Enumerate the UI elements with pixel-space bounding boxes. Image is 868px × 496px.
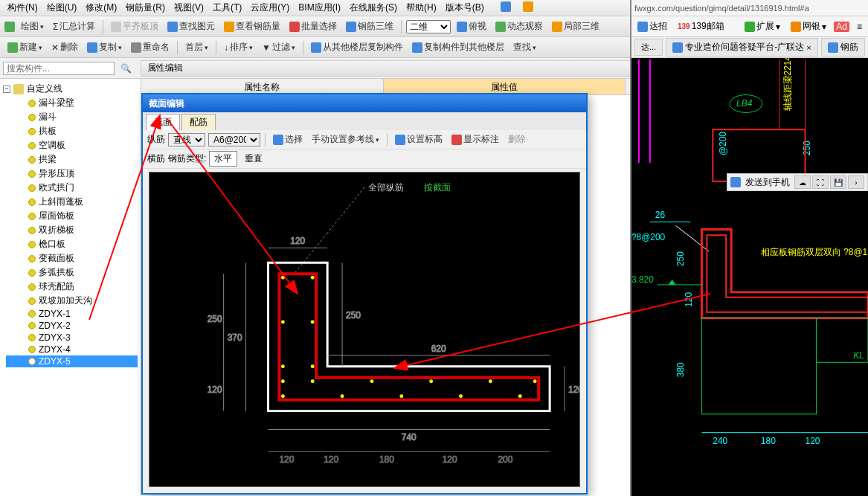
tree-item[interactable]: ZDYX-1	[6, 308, 138, 320]
menu-item[interactable]: 构件(N)	[3, 0, 42, 16]
search-go-icon[interactable]: 🔍	[118, 63, 135, 74]
tree-item[interactable]: 球壳配筋	[6, 280, 138, 294]
menu-item[interactable]: 工具(T)	[208, 0, 246, 16]
bullet-icon	[28, 269, 36, 277]
browser-tab[interactable]: 达...	[634, 39, 663, 56]
browser-tab[interactable]: 钢筋	[821, 38, 865, 57]
filter-button[interactable]: ▼ 过滤	[259, 39, 298, 55]
save-icon[interactable]: 💾	[830, 175, 846, 189]
view-rebar-button[interactable]: 查看钢筋量	[221, 19, 283, 34]
search-input[interactable]	[3, 62, 115, 75]
sum-button[interactable]: Σ 汇总计算	[50, 19, 98, 34]
app-icon	[523, 1, 533, 12]
extensions-button[interactable]: 扩展 ▾	[742, 19, 783, 34]
draw-button[interactable]: 绘图	[18, 19, 47, 34]
tree-item[interactable]: 多弧拱板	[6, 265, 138, 280]
send-to-phone-button[interactable]: 发送到手机	[742, 176, 793, 189]
new-button[interactable]: 新建	[4, 39, 45, 55]
tab-rebar[interactable]: 配筋	[181, 114, 216, 130]
rebar-3d-button[interactable]: 钢筋三维	[343, 19, 396, 34]
rebar-type-horiz[interactable]: 水平	[209, 151, 237, 167]
more-icon[interactable]: ›	[848, 175, 864, 189]
tree-item[interactable]: 拱梁	[6, 152, 138, 167]
fav-link[interactable]: 139139邮箱	[675, 19, 727, 34]
tree-root-node[interactable]: − 自定义线	[3, 82, 138, 96]
tree-item[interactable]: 欧式拱门	[6, 181, 138, 195]
tree-item[interactable]: 双折梯板	[6, 223, 138, 237]
menu-item[interactable]: 视图(V)	[170, 0, 208, 16]
col-name[interactable]: 属性名称	[141, 79, 384, 94]
tree-item[interactable]: 漏斗梁壁	[6, 96, 138, 110]
tree-item-label: ZDYX-1	[39, 309, 71, 319]
menu-item[interactable]: 版本号(B)	[441, 0, 489, 16]
component-tree[interactable]: − 自定义线 漏斗梁壁漏斗拱板空调板拱梁异形压顶欧式拱门上斜雨蓬板屋面饰板双折梯…	[0, 79, 141, 496]
rebar-spec-select[interactable]: A6@200	[208, 133, 260, 146]
tree-item[interactable]: ZDYX-3	[6, 332, 138, 344]
cloud-icon[interactable]: ☁	[794, 175, 811, 189]
view-mode-select[interactable]: 二维	[406, 20, 451, 33]
dialog-title[interactable]: 截面编辑	[143, 94, 586, 112]
menu-item[interactable]: BIM应用(I)	[294, 0, 345, 16]
tree-item-label: 漏斗	[39, 111, 57, 123]
tree-item[interactable]: 异形压顶	[6, 167, 138, 181]
bird-view-button[interactable]: 俯视	[454, 19, 489, 34]
find-button[interactable]: 查找	[510, 39, 539, 55]
line-type-select[interactable]: 直线	[168, 133, 205, 146]
draw-icon[interactable]	[4, 22, 15, 32]
tree-item[interactable]: ZDYX-4	[6, 344, 138, 355]
svg-line-0	[327, 187, 364, 233]
menu-item[interactable]: 钢筋量(R)	[121, 0, 170, 16]
tree-item[interactable]: 双坡加加天沟	[6, 294, 138, 308]
rebar-type-vert[interactable]: 垂直	[240, 152, 267, 166]
menu-item[interactable]: 在线服务(S)	[345, 0, 402, 16]
delete-button[interactable]: 删除	[505, 132, 529, 147]
select-button[interactable]: 选择	[270, 132, 306, 147]
bullet-icon	[28, 241, 36, 248]
svg-point-9	[311, 379, 315, 383]
sort-button[interactable]: ↓ 排序	[221, 39, 256, 55]
rename-button[interactable]: 重命名	[128, 39, 173, 55]
level-top-button[interactable]: 平齐板顶	[108, 19, 161, 34]
svg-point-13	[533, 379, 537, 383]
cad-view[interactable]: LB4 轴线距梁2214 @200 250 120 26 ?8@200 相应板钢…	[631, 58, 868, 496]
copy-button[interactable]: 复制	[84, 39, 125, 55]
section-canvas[interactable]: 全部纵筋 按截面 120 250 370 250 120	[149, 172, 580, 487]
tree-item-label: 变截面板	[39, 252, 74, 265]
show-marks-button[interactable]: 显示标注	[449, 132, 502, 147]
tree-item[interactable]: 屋面饰板	[6, 209, 138, 223]
batch-select-button[interactable]: 批量选择	[286, 19, 340, 34]
copy-from-layer-button[interactable]: 从其他楼层复制构件	[308, 39, 406, 55]
menu-icon[interactable]: ≡	[854, 20, 865, 33]
tree-item[interactable]: 变截面板	[6, 251, 138, 265]
address-bar[interactable]: fwxgx.com/question/gimq/detail/1316919.h…	[631, 0, 868, 16]
tree-item[interactable]: 上斜雨蓬板	[6, 195, 138, 209]
dyn-view-button[interactable]: 动态观察	[492, 19, 546, 34]
tree-item[interactable]: 檐口板	[6, 237, 138, 251]
reference-line-button[interactable]: 手动设置参考线	[309, 132, 382, 147]
ad-icon[interactable]: Ad	[834, 22, 849, 32]
tab-section[interactable]: 截面	[146, 114, 180, 130]
col-value[interactable]: 属性值	[384, 79, 626, 94]
menu-item[interactable]: 帮助(H)	[402, 0, 441, 16]
fav-link[interactable]: 达招	[634, 19, 670, 34]
tree-item[interactable]: 拱板	[6, 124, 138, 138]
find-entity-button[interactable]: 查找图元	[164, 19, 218, 34]
local-3d-button[interactable]: 局部三维	[549, 19, 602, 34]
layer-select[interactable]: 首层	[182, 39, 211, 55]
tree-item[interactable]: ZDYX-2	[6, 320, 138, 332]
browser-tab[interactable]: 专业造价问题答疑平台-广联达 ×	[666, 38, 817, 57]
tree-item[interactable]: 空调板	[6, 138, 138, 152]
tree-item[interactable]: 漏斗	[6, 110, 138, 124]
collapse-icon[interactable]: −	[3, 86, 10, 93]
menu-item[interactable]: 云应用(Y)	[246, 0, 294, 16]
elevation-button[interactable]: 设置标高	[392, 132, 446, 147]
delete-button[interactable]: ✕ 删除	[48, 39, 81, 55]
bank-button[interactable]: 网银 ▾	[788, 19, 829, 34]
menu-item[interactable]: 绘图(U)	[42, 0, 82, 16]
expand-icon[interactable]: ⛶	[812, 175, 829, 189]
svg-text:250: 250	[675, 251, 686, 266]
tree-item[interactable]: ZDYX-5	[6, 355, 138, 367]
copy-to-layer-button[interactable]: 复制构件到其他楼层	[409, 39, 507, 55]
svg-text:120: 120	[684, 292, 694, 307]
menu-item[interactable]: 修改(M)	[81, 0, 121, 16]
